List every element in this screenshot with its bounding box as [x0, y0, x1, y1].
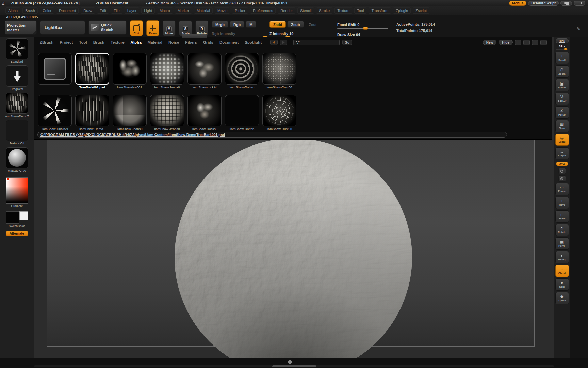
menu-item[interactable]: Light — [141, 7, 155, 14]
main-color-swatch[interactable] — [6, 211, 19, 224]
lightbox-tab[interactable]: Noise — [166, 40, 181, 45]
shelf-button[interactable]: ½ AAHalf — [555, 93, 569, 105]
secondary-color-swatch[interactable] — [19, 211, 28, 220]
new-button[interactable]: New — [483, 40, 497, 45]
hide-button[interactable]: Hide — [499, 40, 513, 45]
thumb-size-3-icon[interactable] — [532, 40, 538, 45]
menu-item[interactable]: Marker — [175, 7, 192, 14]
shelf-button[interactable]: ▣ Actual — [555, 79, 569, 91]
menu-item[interactable]: Draw — [81, 7, 95, 14]
lightbox-tab[interactable]: Tool — [77, 40, 89, 45]
shelf-button[interactable]: ↻ Rotate — [555, 224, 569, 236]
focal-shift-slider[interactable]: Focal Shift 0 — [337, 21, 388, 29]
menu-item[interactable]: Texture — [334, 7, 352, 14]
forward-button[interactable] — [280, 40, 287, 45]
alpha-thumbnail[interactable]: liamShaw-Rotten — [225, 95, 259, 131]
thumb-size-4-icon[interactable] — [540, 40, 547, 45]
menu-item[interactable]: File — [111, 7, 122, 14]
collapse-right-tray-button[interactable] — [574, 1, 585, 6]
lightbox-tab[interactable]: Project — [57, 40, 75, 45]
menu-item[interactable]: Brush — [22, 7, 38, 14]
go-button[interactable]: Go — [342, 40, 352, 45]
lightbox-tab[interactable]: Document — [217, 40, 241, 45]
color-picker[interactable] — [6, 177, 28, 204]
alpha-thumbnail[interactable]: liamShaw-Rocks0 — [187, 95, 222, 131]
alpha-thumbnail[interactable]: liamShaw-fire001 — [113, 53, 147, 89]
horizontal-scrollbar[interactable] — [34, 365, 554, 367]
slider-nub[interactable] — [564, 48, 567, 50]
alpha-thumbnail[interactable]: liamShaw-Jeans0 — [113, 95, 147, 131]
radial-symmetry-icon[interactable] — [558, 168, 566, 174]
quick-sketch-button[interactable]: Quick Sketch — [88, 20, 127, 35]
mirror-symmetry-icon[interactable] — [558, 175, 566, 182]
file-path-bar[interactable]: C:\PROGRAM FILES (X86)\PIXOLOGIC\ZBRUSH … — [37, 132, 507, 138]
shelf-thumbnail[interactable]: MatCap Gray — [5, 147, 29, 172]
alpha-thumbnail[interactable]: liamShaw-Rust00 — [262, 53, 296, 89]
scrollbar-thumb[interactable] — [272, 365, 316, 367]
alpha-thumbnail[interactable]: liamShaw-Jeans0 — [150, 53, 184, 89]
rgb-button[interactable]: Rgb — [230, 21, 244, 28]
shelf-button[interactable]: ● Solo — [555, 278, 569, 291]
alpha-thumbnail[interactable]: liamShaw-DemoT — [75, 95, 109, 131]
shelf-button[interactable]: ◆ Xpose — [555, 292, 569, 304]
alpha-thumbnail[interactable]: liamShaw-Jeans0 — [150, 95, 184, 131]
lightbox-button[interactable]: LightBox — [40, 20, 85, 35]
xyz-symmetry-button[interactable]: XYZ — [556, 162, 568, 166]
zadd-button[interactable]: Zadd — [270, 21, 286, 28]
shelf-button[interactable]: ▭ Frame — [555, 183, 569, 195]
shelf-button[interactable]: + Scroll — [555, 52, 569, 64]
menu-item[interactable]: Preferences — [250, 7, 276, 14]
tray-toggle-arrows[interactable] — [288, 359, 292, 364]
draw-mode-button[interactable]: Draw — [146, 20, 159, 36]
menu-item[interactable]: Tool — [354, 7, 366, 14]
shelf-button[interactable]: + Move — [555, 197, 569, 209]
customize-pencil-icon[interactable]: ✎ — [577, 26, 581, 31]
shelf-thumbnail[interactable]: Texture Off — [5, 120, 29, 145]
slider-nub[interactable] — [363, 27, 368, 30]
zsub-button[interactable]: Zsub — [287, 21, 304, 28]
alpha-thumbnail[interactable]: .. — [38, 53, 72, 89]
lightbox-tab[interactable]: Material — [145, 40, 165, 45]
menu-item[interactable]: Stroke — [316, 7, 332, 14]
alpha-thumbnail[interactable]: liamShaw-ChainAl — [38, 95, 72, 131]
menu-item[interactable]: Layer — [125, 7, 140, 14]
mrgb-button[interactable]: Mrgb — [212, 21, 228, 28]
m-button[interactable]: M — [246, 21, 256, 28]
shelf-button[interactable]: ◎ Local — [555, 134, 569, 146]
menu-item[interactable]: Picker — [232, 7, 248, 14]
shelf-button[interactable]: ∠ Persp — [555, 106, 569, 119]
edit-mode-button[interactable]: Edit — [130, 20, 143, 36]
shelf-button[interactable]: ▦ Floor — [555, 120, 569, 132]
menu-item[interactable]: Movie — [215, 7, 230, 14]
alternate-button[interactable]: Alternate — [6, 231, 28, 236]
lightbox-tab[interactable]: Texture — [108, 40, 127, 45]
spix-slider[interactable] — [556, 49, 568, 50]
lightbox-tab[interactable]: Brush — [91, 40, 107, 45]
alpha-thumbnail[interactable]: liamShaw-rockAl — [187, 53, 222, 89]
sculpt-sphere[interactable] — [174, 138, 412, 358]
alpha-thumbnail[interactable]: TreeBark001.psd — [75, 53, 109, 89]
thumb-size-1-icon[interactable] — [515, 40, 521, 45]
menu-item[interactable]: Material — [194, 7, 213, 14]
menu-item[interactable]: Stencil — [297, 7, 314, 14]
shelf-button[interactable]: ▦ PolyF — [555, 237, 569, 250]
menu-item[interactable]: Zplugin — [393, 7, 411, 14]
panel-grip-handle[interactable] — [182, 34, 207, 38]
shelf-thumbnail[interactable]: DragRect — [5, 65, 29, 91]
filter-input[interactable] — [293, 40, 340, 45]
shelf-thumbnail[interactable]: Standard — [5, 38, 29, 63]
shelf-button[interactable]: □ Scale — [555, 210, 569, 223]
lightbox-tab[interactable]: Grids — [201, 40, 216, 45]
bpr-button[interactable]: BPR — [556, 38, 569, 43]
menu-item[interactable]: Render — [278, 7, 295, 14]
default-zscript-button[interactable]: DefaultZScript — [528, 1, 559, 6]
projection-master-button[interactable]: Projection Master — [5, 20, 37, 35]
menu-item[interactable]: Macro — [157, 7, 173, 14]
shelf-button[interactable]: ○ Ghost — [555, 265, 569, 277]
menus-button[interactable]: Menus — [509, 1, 526, 6]
alpha-thumbnail[interactable]: liamShaw-Rust00 — [262, 95, 296, 131]
shelf-button[interactable]: ↔ L.Sym — [555, 147, 569, 159]
zcut-button[interactable]: Zcut — [305, 21, 321, 28]
lightbox-tab[interactable]: ZBrush — [37, 40, 56, 45]
lightbox-tab[interactable]: Fibers — [183, 40, 199, 45]
